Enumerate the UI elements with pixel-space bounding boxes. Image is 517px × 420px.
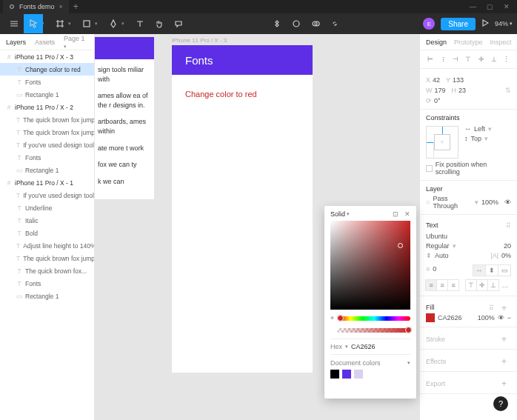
text-resize[interactable]: ↔⬍▭ xyxy=(473,264,511,276)
mask-icon[interactable] xyxy=(287,14,306,33)
file-tab-label: Fonts demo xyxy=(19,3,55,10)
paragraph-spacing[interactable]: 0 xyxy=(433,265,436,273)
hex-label[interactable]: Hex xyxy=(330,343,342,350)
font-family[interactable]: Ubuntu xyxy=(426,233,447,240)
hue-slider[interactable] xyxy=(338,316,410,321)
align-controls[interactable]: ⊢⫶⊣⊤✛⊥⋮ xyxy=(426,55,511,64)
comment-tool[interactable] xyxy=(169,14,188,33)
minimize-icon[interactable]: — xyxy=(470,3,476,10)
fix-position-checkbox[interactable]: Fix position when scrolling xyxy=(436,161,511,176)
share-button[interactable]: Share xyxy=(441,18,476,30)
page-selector[interactable]: Page 1 ▾ xyxy=(64,35,88,50)
help-button[interactable]: ? xyxy=(493,396,508,411)
design-tab[interactable]: Design xyxy=(426,39,447,46)
font-weight[interactable]: Regular xyxy=(426,242,450,250)
rotation-input[interactable]: 0° xyxy=(434,97,441,104)
close-tab-icon[interactable]: × xyxy=(59,3,63,10)
main-menu-button[interactable] xyxy=(4,14,24,33)
layer-row[interactable]: TAdjust line height to 140% an... xyxy=(0,239,94,252)
frame-iphone-3[interactable]: iPhone 11 Pro / X - 3 Fonts Change color… xyxy=(172,37,313,373)
fill-opacity[interactable]: 100% xyxy=(478,314,495,321)
pen-tool[interactable] xyxy=(104,14,123,33)
fill-visibility-icon[interactable]: 👁 xyxy=(498,314,504,321)
move-tool[interactable] xyxy=(24,14,43,33)
zoom-display[interactable]: 94%▾ xyxy=(495,20,513,27)
layers-panel: Layers Assets Page 1 ▾ #iPhone 11 Pro / … xyxy=(0,34,95,420)
add-export-button[interactable]: + xyxy=(497,379,511,389)
fill-hex[interactable]: CA2626 xyxy=(438,314,462,321)
add-fill-button[interactable]: + xyxy=(497,303,511,313)
boolean-icon[interactable] xyxy=(306,14,325,33)
maximize-icon[interactable]: ▢ xyxy=(487,3,493,10)
layer-row[interactable]: TFonts xyxy=(0,151,94,164)
y-input[interactable]: 133 xyxy=(453,76,464,84)
blend-mode[interactable]: Pass Through xyxy=(433,195,472,210)
alpha-slider[interactable] xyxy=(337,328,410,333)
constraints-widget[interactable]: + xyxy=(426,126,458,159)
add-stroke-button[interactable]: + xyxy=(497,334,511,344)
shape-tool[interactable] xyxy=(77,14,96,33)
layer-row[interactable]: TThe quick brown fox jumped... xyxy=(0,252,94,264)
frame-tool[interactable] xyxy=(50,14,70,33)
new-tab-button[interactable]: + xyxy=(69,1,83,12)
file-tab[interactable]: Fonts demo × xyxy=(3,0,69,13)
constraint-v[interactable]: Top xyxy=(471,135,482,142)
letter-spacing[interactable]: 0% xyxy=(501,252,511,259)
inspect-tab[interactable]: Inspect xyxy=(490,39,512,46)
h-input[interactable]: 23 xyxy=(458,87,466,94)
visibility-icon[interactable]: 👁 xyxy=(504,199,511,206)
link-icon[interactable] xyxy=(325,14,344,33)
svg-rect-1 xyxy=(84,21,90,27)
toolbar: ▾ ▾ ▾ ▾ E Share 94%▾ xyxy=(0,13,517,34)
remove-fill-button[interactable]: − xyxy=(507,314,511,321)
hex-input[interactable]: CA2626 xyxy=(351,343,376,350)
selected-text-layer[interactable]: Change color to red xyxy=(172,75,313,113)
layer-row[interactable]: #iPhone 11 Pro / X - 1 xyxy=(0,176,94,189)
picker-close-icon[interactable]: ✕ xyxy=(404,210,410,218)
layer-row[interactable]: TItalic xyxy=(0,214,94,227)
saturation-value-area[interactable] xyxy=(330,221,410,310)
layer-row[interactable]: TUnderline xyxy=(0,201,94,214)
layer-row[interactable]: TIf you've used design tools be... xyxy=(0,139,94,151)
layer-row[interactable]: TBold xyxy=(0,227,94,239)
add-effect-button[interactable]: + xyxy=(497,356,511,367)
picker-mode[interactable]: Solid xyxy=(330,210,345,218)
close-window-icon[interactable]: ✕ xyxy=(504,3,510,10)
text-styles-icon[interactable]: ⠿ xyxy=(506,222,511,230)
present-button[interactable] xyxy=(481,19,489,28)
layer-row[interactable]: TFonts xyxy=(0,76,94,88)
assets-tab[interactable]: Assets xyxy=(35,39,55,46)
layer-row[interactable]: TThe quick brown fox jumped... xyxy=(0,113,94,126)
layer-row[interactable]: TThe quick brown fox... xyxy=(0,264,94,277)
layer-row[interactable]: #iPhone 11 Pro / X - 2 xyxy=(0,101,94,113)
layer-row[interactable]: TThe quick brown fox jumped... xyxy=(0,126,94,139)
layer-opacity[interactable]: 100% xyxy=(481,199,498,206)
text-tool[interactable] xyxy=(130,14,150,33)
font-size[interactable]: 20 xyxy=(504,242,511,250)
layer-row[interactable]: TFonts xyxy=(0,277,94,290)
constraint-h[interactable]: Left xyxy=(474,125,485,133)
effects-header: Effects xyxy=(426,358,446,365)
layers-tab[interactable]: Layers xyxy=(6,39,26,46)
fill-header: Fill xyxy=(426,304,435,311)
doc-swatches[interactable] xyxy=(330,370,410,379)
text-align[interactable]: ≡≡≡⊤✛⊥… xyxy=(426,279,511,291)
cropped-frame-left: sign tools miliar withames allow ea of t… xyxy=(95,37,154,199)
fill-swatch[interactable] xyxy=(426,313,435,322)
layer-row[interactable]: ▭Rectangle 1 xyxy=(0,290,94,302)
eyedropper-icon[interactable]: ⌖ xyxy=(330,314,334,322)
layer-row[interactable]: #iPhone 11 Pro / X - 3 xyxy=(0,50,94,63)
prototype-tab[interactable]: Prototype xyxy=(454,39,483,46)
layer-row[interactable]: ▭Rectangle 1 xyxy=(0,164,94,176)
text-header: Text xyxy=(426,221,438,229)
component-icon[interactable] xyxy=(267,14,287,33)
picker-styles-icon[interactable]: ⊡ xyxy=(393,210,398,218)
layer-row[interactable]: TIf you've used design tools be... xyxy=(0,189,94,201)
layer-row[interactable]: TChange color to red xyxy=(0,63,94,76)
x-input[interactable]: 42 xyxy=(433,76,440,84)
layer-row[interactable]: ▭Rectangle 1 xyxy=(0,88,94,101)
avatar[interactable]: E xyxy=(423,18,435,30)
hand-tool[interactable] xyxy=(150,14,169,33)
w-input[interactable]: 179 xyxy=(435,87,446,94)
line-height[interactable]: Auto xyxy=(435,252,449,259)
